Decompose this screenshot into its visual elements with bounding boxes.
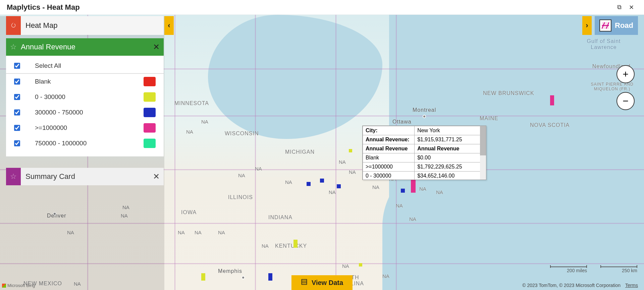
tooltip-rev-label: Annual Revenue:	[363, 135, 415, 144]
data-marker[interactable]	[293, 240, 298, 248]
city-dot	[241, 276, 245, 279]
select-all-checkbox[interactable]	[14, 63, 20, 69]
filter-checkbox[interactable]	[14, 109, 20, 115]
filter-row[interactable]: Blank	[6, 74, 164, 89]
view-data-label: View Data	[312, 279, 343, 287]
close-window-icon[interactable]: ✕	[625, 1, 637, 13]
select-all-row[interactable]: Select All	[6, 58, 164, 74]
filter-section-header: ☆ Annual Revenue ✕	[6, 38, 164, 56]
microsoft-icon	[2, 284, 6, 288]
bing-label: Microsoft Bing	[7, 283, 35, 288]
filter-label: 750000 - 1000000	[35, 140, 144, 147]
filter-row[interactable]: 0 - 300000	[6, 89, 164, 105]
collapse-left-button[interactable]: ‹	[164, 16, 174, 35]
tooltip-col1: Annual Revenue	[363, 144, 415, 153]
filter-checkbox[interactable]	[14, 125, 20, 131]
filter-label: 300000 - 750000	[35, 109, 144, 116]
filter-label: >=1000000	[35, 124, 144, 132]
data-marker[interactable]	[550, 95, 554, 105]
map-label: WISCONSIN	[225, 131, 259, 137]
star-icon[interactable]: ☆	[6, 43, 21, 51]
filter-label: Blank	[35, 78, 144, 85]
tooltip-row-val: $0.00	[415, 153, 486, 162]
heatmap-panel: Heat Map ☆ Annual Revenue ✕ Select All B…	[6, 16, 164, 185]
view-data-button[interactable]: View Data	[291, 275, 353, 290]
flame-icon	[6, 16, 21, 35]
map-label: Ottawa	[392, 119, 412, 125]
scrollbar-thumb[interactable]	[480, 126, 486, 155]
filter-row[interactable]: >=1000000	[6, 120, 164, 136]
filter-swatch	[144, 108, 156, 117]
filter-checkbox[interactable]	[14, 94, 20, 100]
tooltip-scrollbar[interactable]	[480, 126, 486, 180]
filter-row[interactable]: 300000 - 750000	[6, 105, 164, 120]
filter-checkbox[interactable]	[14, 140, 20, 146]
filter-swatch	[144, 77, 156, 86]
collapse-right-button[interactable]: ›	[582, 16, 592, 35]
chevron-right-icon: ›	[586, 21, 588, 30]
data-marker[interactable]	[307, 182, 311, 186]
tooltip-col2: Annual Revenue	[415, 144, 486, 153]
data-marker[interactable]	[359, 263, 362, 267]
road-map-icon	[599, 19, 611, 32]
filter-row[interactable]: 750000 - 1000000	[6, 136, 164, 151]
tooltip-row-key: 0 - 300000	[363, 172, 415, 180]
zoom-in-button[interactable]: +	[616, 65, 635, 83]
heatmap-panel-header: Heat Map	[6, 16, 164, 35]
filter-section-title: Annual Revenue	[21, 43, 75, 51]
tooltip-row-val: $34,652,146.00	[415, 172, 486, 180]
map-label: IOWA	[181, 209, 197, 215]
data-tooltip: City:New York Annual Revenue:$1,915,931,…	[362, 126, 486, 180]
close-icon[interactable]: ✕	[153, 42, 160, 52]
map-label: NOVA SCOTIA	[530, 122, 570, 128]
map-label: NEW BRUNSWICK	[483, 90, 534, 96]
tooltip-row-key: >=1000000	[363, 162, 415, 172]
data-marker[interactable]	[349, 149, 352, 152]
main-area: Gulf of Saint Lawrence Newfoundland SAIN…	[0, 15, 644, 290]
tooltip-city-label: City:	[363, 126, 415, 135]
svg-rect-0	[302, 279, 307, 284]
map-label: Montreal	[413, 107, 436, 113]
tooltip-row-val: $1,792,229,625.25	[415, 162, 486, 172]
map-label: ILLINOIS	[228, 194, 253, 200]
restore-window-icon[interactable]: ⧉	[613, 1, 625, 13]
data-marker[interactable]	[201, 273, 205, 281]
scale-km: 250 km	[600, 267, 637, 273]
bing-logo: Microsoft Bing	[2, 283, 35, 288]
city-dot	[423, 115, 426, 118]
filter-swatch	[144, 123, 156, 133]
filter-swatch	[144, 92, 156, 102]
list-icon	[301, 279, 308, 287]
scale-miles: 200 miles	[550, 267, 587, 273]
filter-checkbox[interactable]	[14, 79, 20, 85]
filter-list: Select All Blank 0 - 300000 300000 - 750…	[6, 56, 164, 156]
tooltip-row-key: Blank	[363, 153, 415, 162]
map-label: INDIANA	[268, 214, 292, 221]
data-marker[interactable]	[337, 184, 341, 188]
terms-link[interactable]: Terms	[625, 283, 638, 288]
filter-swatch	[144, 139, 156, 148]
data-marker[interactable]	[401, 189, 405, 193]
minus-icon: −	[623, 95, 629, 107]
star-icon[interactable]: ☆	[6, 168, 21, 185]
map-label: Memphis	[218, 268, 242, 274]
summary-card-header[interactable]: ☆ Summary Card ✕	[6, 168, 164, 185]
plus-icon: +	[623, 68, 629, 80]
filter-label: 0 - 300000	[35, 93, 144, 101]
close-icon[interactable]: ✕	[153, 172, 160, 181]
zoom-out-button[interactable]: −	[616, 92, 635, 110]
map-label: MICHIGAN	[285, 149, 315, 155]
title-bar: Maplytics - Heat Map ⧉ ✕	[0, 0, 644, 15]
map-type-label: Road	[615, 21, 633, 30]
data-marker[interactable]	[268, 273, 272, 281]
tooltip-rev-value: $1,915,931,771.25	[415, 135, 486, 144]
tooltip-city-value: New York	[415, 126, 486, 135]
chevron-left-icon: ‹	[168, 21, 170, 30]
map-label: MAINE	[480, 115, 498, 122]
attribution-text: © 2023 TomTom, © 2023 Microsoft Corporat…	[522, 283, 621, 288]
map-label: MINNESOTA	[174, 100, 209, 106]
map-type-selector[interactable]: Road	[595, 16, 638, 35]
map-label: Gulf of Saint Lawrence	[574, 38, 634, 50]
data-marker[interactable]	[411, 179, 416, 193]
data-marker[interactable]	[320, 179, 324, 183]
